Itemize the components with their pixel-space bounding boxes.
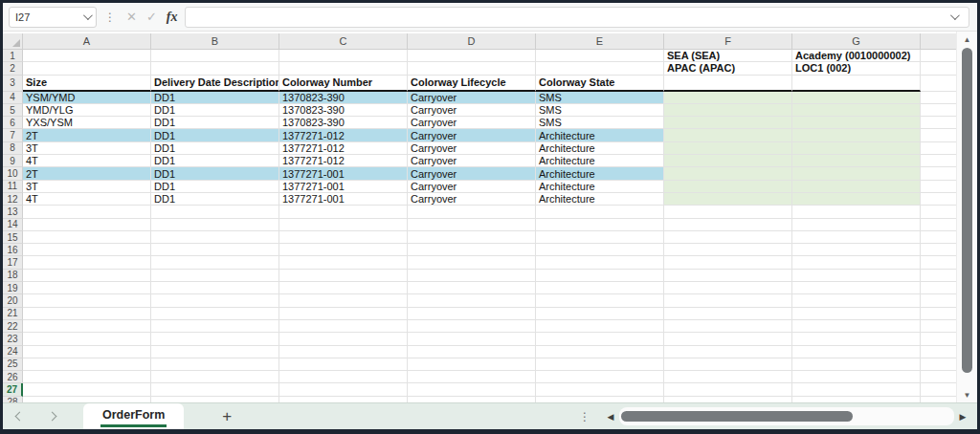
cell-H8-partial[interactable] bbox=[921, 142, 956, 155]
cell-B9[interactable]: DD1 bbox=[151, 155, 279, 167]
name-box[interactable]: I27 bbox=[9, 7, 97, 28]
row-header-16[interactable]: 16 bbox=[3, 244, 23, 256]
cell-B21[interactable] bbox=[151, 308, 279, 320]
cell-A9[interactable]: 4T bbox=[23, 155, 151, 167]
cell-F6[interactable] bbox=[664, 117, 792, 129]
cell-F20[interactable] bbox=[664, 294, 792, 307]
cell-H7-partial[interactable] bbox=[921, 129, 956, 141]
cell-C17[interactable] bbox=[279, 256, 408, 269]
cell-C2[interactable] bbox=[279, 62, 408, 75]
cell-C13[interactable] bbox=[279, 206, 408, 218]
cell-B14[interactable] bbox=[151, 219, 279, 231]
row-header-20[interactable]: 20 bbox=[3, 294, 23, 307]
cell-C1[interactable] bbox=[279, 50, 408, 62]
cell-B15[interactable] bbox=[151, 231, 279, 244]
cell-F9[interactable] bbox=[664, 155, 792, 167]
cell-F5[interactable] bbox=[664, 104, 792, 117]
cell-A23[interactable] bbox=[23, 333, 151, 345]
cell-H15-partial[interactable] bbox=[921, 231, 956, 244]
cell-G17[interactable] bbox=[792, 256, 921, 269]
row-header-23[interactable]: 23 bbox=[3, 333, 23, 345]
row-header-7[interactable]: 7 bbox=[3, 129, 23, 141]
cell-H10-partial[interactable] bbox=[921, 167, 956, 180]
cell-D9[interactable]: Carryover bbox=[408, 155, 536, 167]
cell-G21[interactable] bbox=[792, 308, 921, 320]
cell-A3[interactable]: Size bbox=[23, 76, 151, 92]
cell-H27-partial[interactable] bbox=[921, 383, 956, 396]
row-header-21[interactable]: 21 bbox=[3, 308, 23, 320]
column-header-D[interactable]: D bbox=[408, 33, 536, 50]
cell-H26-partial[interactable] bbox=[921, 371, 956, 383]
cell-A6[interactable]: YXS/YSM bbox=[23, 117, 151, 129]
cell-E8[interactable]: Architecture bbox=[536, 142, 664, 155]
cell-A7[interactable]: 2T bbox=[23, 129, 151, 141]
cell-E18[interactable] bbox=[536, 270, 664, 282]
cell-B23[interactable] bbox=[151, 333, 279, 345]
cell-B12[interactable]: DD1 bbox=[151, 193, 279, 206]
cell-H11-partial[interactable] bbox=[921, 181, 956, 193]
cell-F26[interactable] bbox=[664, 371, 792, 383]
cell-C27[interactable] bbox=[279, 383, 408, 396]
cell-G4[interactable] bbox=[792, 92, 921, 104]
cell-F22[interactable] bbox=[664, 320, 792, 333]
cell-B4[interactable]: DD1 bbox=[151, 92, 279, 104]
row-header-13[interactable]: 13 bbox=[3, 206, 23, 218]
cell-F19[interactable] bbox=[664, 282, 792, 294]
cell-F15[interactable] bbox=[664, 231, 792, 244]
cell-C14[interactable] bbox=[279, 219, 408, 231]
cell-D16[interactable] bbox=[408, 244, 536, 256]
row-header-11[interactable]: 11 bbox=[3, 181, 23, 193]
cell-D1[interactable] bbox=[408, 50, 536, 62]
row-header-12[interactable]: 12 bbox=[3, 193, 23, 206]
cell-D14[interactable] bbox=[408, 219, 536, 231]
cell-G10[interactable] bbox=[792, 167, 921, 180]
cell-F14[interactable] bbox=[664, 219, 792, 231]
cell-D21[interactable] bbox=[408, 308, 536, 320]
cell-H19-partial[interactable] bbox=[921, 282, 956, 294]
cell-D23[interactable] bbox=[408, 333, 536, 345]
cell-A1[interactable] bbox=[23, 50, 151, 62]
cell-B8[interactable]: DD1 bbox=[151, 142, 279, 155]
cell-H9-partial[interactable] bbox=[921, 155, 956, 167]
cell-A24[interactable] bbox=[23, 346, 151, 358]
horizontal-scrollbar[interactable] bbox=[619, 407, 954, 425]
cell-C10[interactable]: 1377271-001 bbox=[279, 167, 408, 180]
add-sheet-button[interactable]: + bbox=[184, 403, 270, 429]
cell-H3-partial[interactable] bbox=[921, 76, 956, 92]
cell-G16[interactable] bbox=[792, 244, 921, 256]
scroll-up-icon[interactable]: ▲ bbox=[957, 32, 977, 47]
prev-sheet-button[interactable] bbox=[3, 403, 35, 429]
cell-B27[interactable] bbox=[151, 383, 279, 396]
cell-D3[interactable]: Colorway Lifecycle bbox=[408, 76, 536, 92]
cell-C15[interactable] bbox=[279, 231, 408, 244]
row-header-27[interactable]: 27 bbox=[3, 383, 23, 396]
cell-F17[interactable] bbox=[664, 256, 792, 269]
insert-function-icon[interactable]: fx bbox=[167, 10, 178, 25]
cell-A2[interactable] bbox=[23, 62, 151, 75]
cell-F7[interactable] bbox=[664, 129, 792, 141]
cell-A16[interactable] bbox=[23, 244, 151, 256]
cell-A26[interactable] bbox=[23, 371, 151, 383]
row-header-4[interactable]: 4 bbox=[3, 92, 23, 104]
cell-G18[interactable] bbox=[792, 270, 921, 282]
row-header-9[interactable]: 9 bbox=[3, 155, 23, 167]
cell-F4[interactable] bbox=[664, 92, 792, 104]
cell-B24[interactable] bbox=[151, 346, 279, 358]
cell-F10[interactable] bbox=[664, 167, 792, 180]
cell-A17[interactable] bbox=[23, 256, 151, 269]
cell-E20[interactable] bbox=[536, 294, 664, 307]
scrollbar-resize-handle-icon[interactable]: ⋮ bbox=[579, 403, 590, 429]
cell-D24[interactable] bbox=[408, 346, 536, 358]
cell-D7[interactable]: Carryover bbox=[408, 129, 536, 141]
cell-G11[interactable] bbox=[792, 181, 921, 193]
cell-E11[interactable]: Architecture bbox=[536, 181, 664, 193]
cell-E26[interactable] bbox=[536, 371, 664, 383]
cell-C5[interactable]: 1370823-390 bbox=[279, 104, 408, 117]
cell-A25[interactable] bbox=[23, 358, 151, 371]
cell-A13[interactable] bbox=[23, 206, 151, 218]
cell-G27[interactable] bbox=[792, 383, 921, 396]
row-header-6[interactable]: 6 bbox=[3, 117, 23, 129]
cell-G20[interactable] bbox=[792, 294, 921, 307]
cell-D26[interactable] bbox=[408, 371, 536, 383]
cell-G14[interactable] bbox=[792, 219, 921, 231]
